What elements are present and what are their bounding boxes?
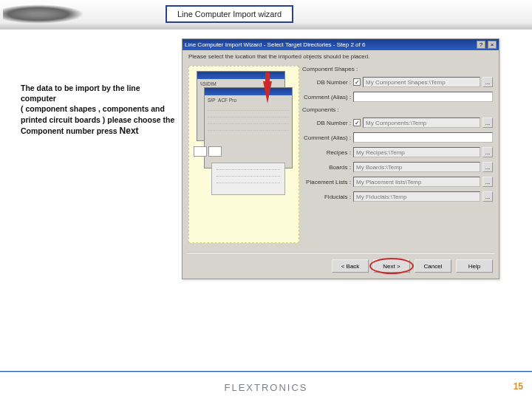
boards-label: Boards :	[302, 164, 351, 171]
instruction-next-word: Next	[120, 126, 139, 136]
help-button[interactable]: Help	[456, 259, 493, 273]
shapes-comment-label: Comment (Alias) :	[302, 94, 351, 100]
placement-field[interactable]: My Placement lists\Temp	[353, 177, 480, 187]
footer-brand: FLEXTRONICS	[0, 382, 532, 393]
section-shapes-label: Component Shapes :	[302, 66, 493, 72]
comp-db-checkbox[interactable]: ✓	[353, 119, 361, 126]
comp-db-field[interactable]: My Components:\Temp	[363, 117, 480, 128]
slide-title: Line Computer Import wizard	[166, 5, 293, 23]
recipes-field[interactable]: My Recipes:\Temp	[353, 147, 480, 157]
boards-field[interactable]: My Boards:\Temp	[353, 162, 480, 172]
comp-db-browse[interactable]: ...	[482, 117, 493, 128]
red-arrow-icon	[263, 81, 272, 103]
wizard-close-button[interactable]: ×	[488, 41, 497, 49]
wizard-preview-panel: \\SIDIM SIP_ACF Pro	[188, 66, 299, 243]
comp-comment-field[interactable]	[353, 132, 493, 143]
recipes-label: Recipes :	[302, 149, 351, 156]
wizard-form: Component Shapes : DB Number : ✓ My Comp…	[302, 66, 493, 243]
shapes-comment-field[interactable]	[353, 92, 493, 102]
wizard-window: Line Computer Import Wizard - Select Tar…	[182, 38, 499, 279]
instruction-text: The data to be import by the line comput…	[21, 38, 176, 279]
shapes-db-browse[interactable]: ...	[482, 77, 493, 87]
wizard-title: Line Computer Import Wizard - Select Tar…	[185, 41, 474, 48]
shapes-db-checkbox[interactable]: ✓	[353, 78, 361, 86]
back-button[interactable]: < Back	[332, 259, 369, 273]
shapes-db-field[interactable]: My Component Shapes:\Temp	[363, 77, 480, 87]
comp-db-label: DB Number :	[302, 120, 351, 126]
section-components-label: Components :	[302, 106, 493, 113]
header-device-graphic	[3, 3, 92, 25]
fiducials-field[interactable]: My Fiducials:\Temp	[353, 191, 480, 202]
wizard-help-button[interactable]: ?	[477, 41, 485, 49]
next-button[interactable]: Next >	[373, 259, 410, 273]
wizard-header-prompt: Please select the location that the impo…	[183, 50, 499, 63]
placement-browse[interactable]: ...	[482, 177, 493, 187]
shapes-db-label: DB Number :	[302, 79, 351, 86]
boards-browse[interactable]: ...	[482, 162, 493, 172]
cancel-button[interactable]: Cancel	[415, 259, 451, 273]
fiducials-label: Fiducials :	[302, 194, 351, 200]
page-number: 15	[514, 381, 523, 392]
recipes-browse[interactable]: ...	[482, 147, 493, 157]
preview-tree-item: SIP_ACF Pro	[208, 98, 289, 103]
comp-comment-label: Comment (Alias) :	[302, 134, 351, 141]
fiducials-browse[interactable]: ...	[482, 191, 493, 202]
placement-label: Placement Lists :	[302, 179, 351, 185]
